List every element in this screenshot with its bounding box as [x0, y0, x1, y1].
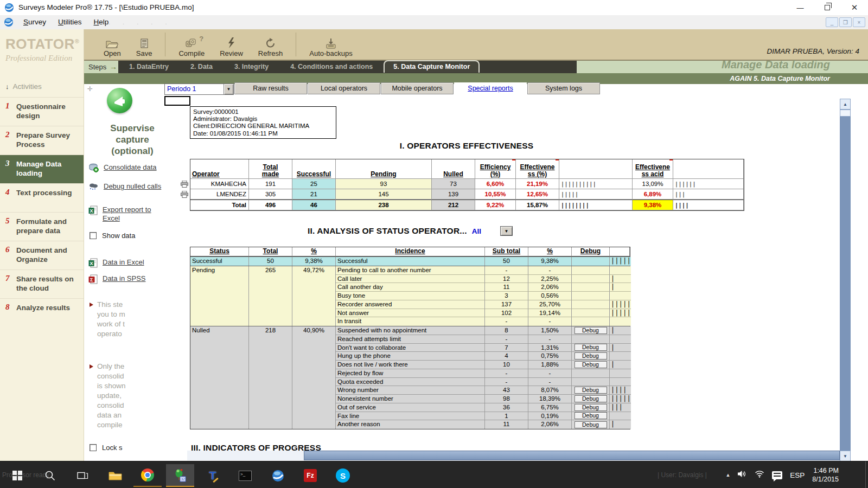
notifications-icon[interactable]	[772, 471, 782, 479]
mdi-restore-button[interactable]: ❒	[839, 17, 852, 27]
restore-button[interactable]	[814, 0, 841, 15]
period-dropdown[interactable]: Periodo 1 ▼	[164, 84, 234, 95]
show-desktop-button[interactable]	[865, 461, 868, 488]
printer-icon[interactable]	[181, 190, 188, 200]
scroll-down-button[interactable]: ▼	[840, 451, 851, 461]
lock-checkbox[interactable]	[90, 444, 97, 451]
step-tab-4-conditions-and-actions[interactable]: 4. Conditions and actions	[279, 61, 384, 73]
operator-filter-value[interactable]: All	[472, 227, 481, 235]
horizontal-scrollbar[interactable]	[187, 451, 840, 460]
refresh-button[interactable]: Refresh	[251, 29, 291, 60]
sidebar-item-document-and-organize[interactable]: 6Document and Organize	[0, 241, 84, 269]
step-tab-2-data[interactable]: 2. Data	[180, 61, 224, 73]
table1-cell: 10,55%	[475, 189, 516, 200]
menu-utilities[interactable]: Utilities	[52, 15, 88, 29]
terminal-icon[interactable]: >_	[231, 464, 259, 487]
mdi-minimize-button[interactable]: _	[826, 17, 838, 27]
table1-cell: 6,89%	[633, 189, 673, 200]
scroll-up-button[interactable]: ▲	[840, 99, 851, 110]
subtotal-cell: 137	[485, 300, 528, 309]
skype-icon[interactable]: S	[329, 464, 357, 487]
tray-expand-icon[interactable]: ▲	[725, 472, 730, 478]
modeler-globe-icon[interactable]	[264, 464, 292, 487]
chrome-icon[interactable]	[133, 464, 162, 487]
close-button[interactable]: ✕	[841, 0, 868, 15]
excel-icon: X	[88, 206, 98, 217]
pct-cell: 9,38%	[528, 257, 572, 266]
debug-button[interactable]: Debug	[575, 344, 607, 351]
file-explorer-icon[interactable]	[101, 464, 129, 487]
textpad-icon[interactable]: T	[199, 464, 227, 487]
pct-cell: -	[528, 369, 572, 378]
panel-note: Only the consolid is shown update, conso…	[90, 362, 126, 430]
report-tab-mobile-operators[interactable]: Mobile operators	[381, 82, 454, 94]
sidebar-item-text-processing[interactable]: 4Text processing	[0, 183, 84, 212]
link-consolidate-data[interactable]: Consolidate data	[88, 163, 170, 174]
link-data-in-excel[interactable]: XData in Excel	[88, 258, 169, 269]
debug-button[interactable]: Debug	[575, 387, 607, 394]
debug-button[interactable]: Debug	[575, 421, 607, 428]
debug-button[interactable]: Debug	[575, 412, 607, 419]
bar-cell: |||	[610, 403, 631, 412]
save-button[interactable]: Save	[129, 29, 160, 60]
menu-survey[interactable]: Survey	[17, 15, 52, 29]
vertical-scrollbar-thumb[interactable]	[840, 110, 851, 117]
activity-number: 7	[5, 274, 10, 283]
debug-button[interactable]: Debug	[575, 404, 607, 411]
sidebar-item-prepare-survey-process[interactable]: 2Prepare Survey Process	[0, 126, 84, 155]
pct-cell: -	[528, 335, 572, 344]
toolbar-button-label: Save	[136, 49, 152, 57]
step-tab-5-data-capture-monitor[interactable]: 5. Data Capture Monitor	[384, 60, 480, 73]
table1-cell: 145	[336, 189, 432, 200]
report-tab-system-logs[interactable]: System logs	[527, 82, 600, 94]
sidebar-item-analyze-results[interactable]: 8Analyze results	[0, 298, 84, 327]
mdi-close-button[interactable]: ×	[853, 17, 865, 27]
debug-button[interactable]: Debug	[575, 361, 607, 368]
survey-info-line: Client:DIRECCION GENERAL MARITIMA	[193, 123, 333, 130]
filezilla-icon[interactable]: Fz	[296, 464, 324, 487]
start-icon[interactable]	[3, 464, 31, 487]
table1-header: Operator	[190, 159, 249, 179]
operator-filter-dropdown[interactable]: ▼	[500, 226, 513, 236]
taskbar-clock[interactable]: 1:46 PM 8/1/2015	[812, 466, 839, 484]
step-tab-3-integrity[interactable]: 3. Integrity	[224, 61, 279, 73]
keyboard-language[interactable]: ESP	[790, 471, 805, 479]
sidebar-item-questionnaire-design[interactable]: 1Questionnaire design	[0, 97, 84, 126]
report-tab-special-reports[interactable]: Special reports	[454, 82, 527, 94]
link-data-in-spss[interactable]: ΣData in SPSS	[88, 274, 169, 286]
brand-edition: Professional Edition	[0, 53, 84, 63]
rotator-app-icon[interactable]: 32	[166, 464, 194, 487]
wifi-icon[interactable]	[755, 470, 764, 480]
compile-button[interactable]: ?Compile	[171, 29, 212, 60]
sidebar-item-formulate-and-prepare-data[interactable]: 5Formulate and prepare data	[0, 212, 84, 241]
selected-cell[interactable]	[164, 96, 190, 106]
horizontal-scrollbar-thumb[interactable]	[304, 451, 840, 460]
auto-backups-button[interactable]: Auto-backups	[302, 29, 360, 60]
debug-cell	[572, 283, 610, 292]
vertical-scrollbar[interactable]: ▲ ▼	[840, 85, 851, 460]
debug-button[interactable]: Debug	[575, 327, 607, 334]
search-icon[interactable]	[36, 464, 64, 487]
show-data-checkbox[interactable]	[90, 232, 97, 239]
table1-cell: ||||||	[673, 179, 744, 189]
report-tab-local-operators[interactable]: Local operators	[308, 82, 380, 94]
dropdown-arrow-icon[interactable]: ▼	[224, 84, 233, 94]
printer-icon[interactable]	[181, 180, 188, 190]
minimize-button[interactable]: —	[787, 0, 814, 15]
link-label: Consolidate data	[104, 163, 170, 172]
activity-label: Questionnaire design	[16, 102, 66, 120]
review-button[interactable]: Review	[212, 29, 251, 60]
volume-icon[interactable]	[738, 470, 747, 480]
move-handle-icon[interactable]: ✛	[87, 85, 93, 93]
open-button[interactable]: Open	[96, 29, 129, 60]
sidebar-item-share-results-on-the-cloud[interactable]: 7Share results on the cloud	[0, 269, 84, 298]
report-tab-raw-results[interactable]: Raw results	[234, 82, 307, 94]
main-toolbar: OpenSave?CompileReviewRefreshAuto-backup…	[84, 29, 868, 61]
step-tab-1-dataentry[interactable]: 1. DataEntry	[118, 61, 180, 73]
debug-button[interactable]: Debug	[575, 352, 607, 359]
debug-button[interactable]: Debug	[575, 395, 607, 402]
link-export-report-to-excel[interactable]: XExport report to Excel	[88, 206, 169, 223]
task-view-icon[interactable]	[68, 464, 97, 487]
link-debug-nulled-calls[interactable]: Debug nulled calls	[88, 182, 170, 192]
sidebar-item-manage-data-loading[interactable]: 3Manage Data loading	[0, 155, 84, 183]
